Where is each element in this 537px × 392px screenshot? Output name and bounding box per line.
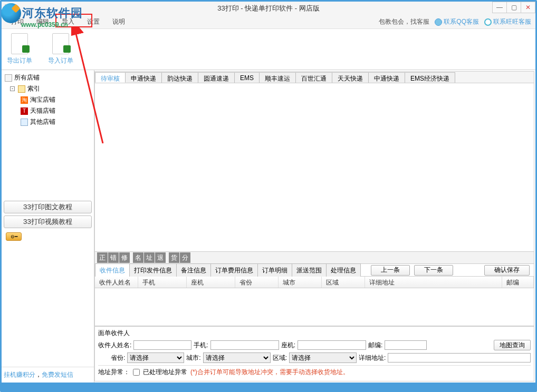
- info-tab-detail[interactable]: 订单明细: [257, 263, 292, 277]
- zip-input[interactable]: [385, 340, 427, 350]
- toolbar: 导出订单 导入订单: [2, 29, 535, 70]
- sidebar-footer: 挂机赚积分，免费发短信: [2, 367, 94, 383]
- minimize-button[interactable]: —: [492, 2, 507, 13]
- order-list-panel: [95, 83, 534, 251]
- map-query-button[interactable]: 地图查询: [494, 340, 531, 350]
- th-area: 区域: [322, 277, 365, 288]
- city-label: 城市:: [186, 354, 200, 362]
- action-correct[interactable]: 正: [97, 252, 108, 263]
- menu-print[interactable]: 打印: [5, 15, 30, 28]
- contact-ww-label: 联系旺旺客服: [493, 17, 531, 26]
- city-select[interactable]: 请选择: [203, 352, 271, 363]
- tab-shentong[interactable]: 申通快递: [125, 72, 162, 83]
- mobile-label: 手机:: [194, 341, 208, 350]
- tutorial-text-button[interactable]: 33打印图文教程: [4, 201, 92, 213]
- menu-help[interactable]: 说明: [106, 15, 131, 28]
- action-wrong[interactable]: 错: [108, 252, 119, 263]
- area-select[interactable]: 请选择: [289, 352, 357, 363]
- tree-tmall-label: 天猫店铺: [30, 106, 55, 115]
- save-button[interactable]: 确认保存: [484, 265, 530, 276]
- courier-tabs: 待审核 申通快递 韵达快递 圆通速递 EMS 顺丰速运 百世汇通 天天快递 中通…: [95, 72, 534, 83]
- tree-root-label: 所有店铺: [14, 73, 40, 82]
- info-tab-fee[interactable]: 订单费用信息: [210, 263, 258, 277]
- action-edit[interactable]: 修: [119, 252, 130, 263]
- tree-root[interactable]: 所有店铺: [4, 72, 92, 83]
- export-orders-button[interactable]: 导出订单: [7, 33, 32, 65]
- tutorial-video-button[interactable]: 33打印视频教程: [4, 215, 92, 228]
- action-return[interactable]: 退: [155, 252, 166, 263]
- action-addr[interactable]: 址: [144, 252, 155, 263]
- next-button[interactable]: 下一条: [414, 265, 453, 276]
- zip-label: 邮编:: [368, 341, 382, 350]
- points-link[interactable]: 挂机赚积分: [4, 371, 35, 378]
- action-name[interactable]: 名: [133, 252, 143, 263]
- tab-tiantian[interactable]: 天天快递: [332, 72, 369, 83]
- warn-checkbox[interactable]: [133, 369, 140, 376]
- statusbar: [2, 383, 535, 390]
- name-input[interactable]: [133, 340, 191, 350]
- sms-link[interactable]: 免费发短信: [42, 371, 73, 378]
- province-label: 省份:: [111, 354, 125, 362]
- tab-baishi[interactable]: 百世汇通: [295, 72, 332, 83]
- info-tab-remark[interactable]: 备注信息: [176, 263, 211, 277]
- tree-other-label: 其他店铺: [30, 117, 55, 126]
- tab-sf[interactable]: 顺丰速运: [259, 72, 296, 83]
- action-goods[interactable]: 货: [169, 252, 179, 263]
- recipient-table-header: 收件人姓名 手机 座机 省份 城市 区域 详细地址 邮编: [95, 277, 534, 288]
- collapse-icon[interactable]: -: [10, 86, 15, 91]
- th-city: 城市: [279, 277, 322, 288]
- help-text: 包教包会，找客服: [379, 17, 429, 26]
- phone-label: 座机:: [281, 341, 295, 350]
- menubar: 打印 编辑 导入 设置 说明 包教包会，找客服 联系QQ客服 联系旺旺客服: [2, 15, 535, 29]
- tab-zhongtong[interactable]: 中通快递: [368, 72, 405, 83]
- tree-tmall[interactable]: T 天猫店铺: [4, 105, 92, 116]
- form-title: 面单收件人: [98, 328, 531, 339]
- info-tab-recipient[interactable]: 收件信息: [95, 263, 130, 277]
- th-name: 收件人姓名: [95, 277, 138, 288]
- tree-other[interactable]: 其他店铺: [4, 116, 92, 128]
- tree-index-label: 索引: [27, 84, 40, 93]
- menu-settings[interactable]: 设置: [81, 15, 106, 28]
- menu-import[interactable]: 导入: [55, 15, 81, 28]
- recipient-form: 面单收件人 收件人姓名: 手机: 座机: 邮编: 地图查询 省份: 请选择: [95, 326, 534, 381]
- recipient-table-body[interactable]: [95, 288, 534, 326]
- info-tab-process[interactable]: 处理信息: [326, 263, 361, 277]
- import-label: 导入订单: [48, 56, 73, 65]
- tab-yuantong[interactable]: 圆通速递: [198, 72, 235, 83]
- tab-ems[interactable]: EMS: [234, 72, 260, 83]
- contact-qq-button[interactable]: 联系QQ客服: [435, 17, 479, 26]
- close-button[interactable]: ✕: [521, 2, 535, 13]
- info-tab-sender[interactable]: 打印发件信息: [129, 263, 177, 277]
- info-tab-delivery[interactable]: 派送范围: [292, 263, 327, 277]
- tree-taobao-label: 淘宝店铺: [30, 95, 55, 104]
- prev-button[interactable]: 上一条: [371, 265, 410, 276]
- area-label: 区域:: [273, 354, 287, 362]
- tab-ems-eco[interactable]: EMS经济快递: [405, 72, 455, 83]
- maximize-button[interactable]: ▢: [506, 2, 521, 13]
- province-select[interactable]: 请选择: [127, 352, 184, 363]
- menu-edit[interactable]: 编辑: [30, 15, 55, 28]
- addr-input[interactable]: [388, 353, 531, 362]
- mobile-input[interactable]: [210, 340, 279, 350]
- qq-icon: [435, 18, 442, 26]
- warn-cb-label: 已处理地址异常: [143, 368, 187, 377]
- content-area: 待审核 申通快递 韵达快递 圆通速递 EMS 顺丰速运 百世汇通 天天快递 中通…: [94, 71, 534, 381]
- phone-input[interactable]: [298, 340, 366, 350]
- tree-taobao[interactable]: 淘 淘宝店铺: [4, 94, 92, 105]
- tree-index[interactable]: - 索引: [4, 83, 92, 94]
- tmall-icon: T: [21, 107, 28, 115]
- tab-pending[interactable]: 待审核: [95, 72, 126, 83]
- action-split[interactable]: 分: [180, 252, 190, 263]
- key-icon[interactable]: ⊖━: [6, 232, 22, 241]
- taobao-icon: 淘: [21, 96, 28, 104]
- warn-label: 地址异常：: [98, 368, 130, 377]
- addr-label: 详细地址:: [359, 354, 386, 362]
- store-icon: [5, 74, 12, 82]
- tab-yunda[interactable]: 韵达快递: [161, 72, 198, 83]
- th-zip: 邮编: [502, 277, 534, 288]
- info-tabs: 收件信息 打印发件信息 备注信息 订单费用信息 订单明细 派送范围 处理信息 上…: [95, 264, 534, 277]
- contact-ww-button[interactable]: 联系旺旺客服: [484, 17, 531, 26]
- import-orders-button[interactable]: 导入订单: [48, 33, 73, 65]
- th-phone: 座机: [187, 277, 235, 288]
- contact-qq-label: 联系QQ客服: [444, 17, 479, 26]
